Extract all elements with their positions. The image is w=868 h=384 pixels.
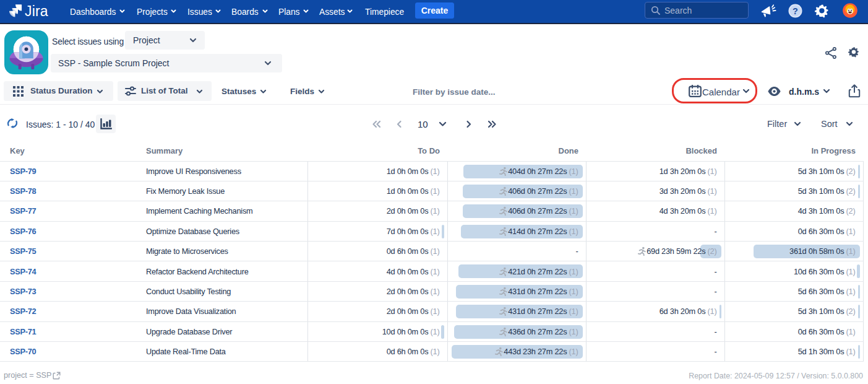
svg-text:?: ? bbox=[793, 6, 798, 16]
